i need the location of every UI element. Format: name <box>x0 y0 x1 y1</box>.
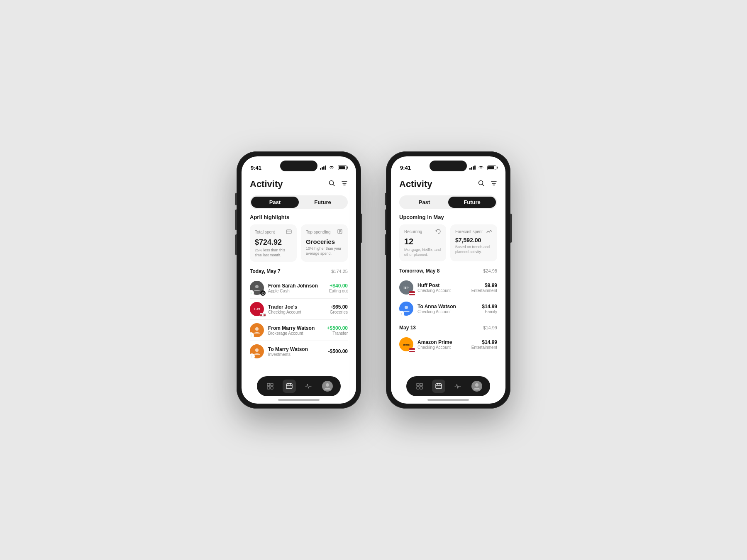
filter-icon[interactable] <box>341 180 348 188</box>
direction-icon: ↑ <box>249 353 255 359</box>
scroll-content[interactable]: Upcoming in May Recurring 12 M <box>391 214 505 404</box>
forecast-label: Forecast spent <box>455 229 483 234</box>
transaction-item[interactable]: amzn Amazon Prime <box>399 334 497 355</box>
svg-text:HP: HP <box>403 286 409 290</box>
nav-profile[interactable] <box>470 380 483 393</box>
svg-point-32 <box>405 306 408 309</box>
battery-icon <box>487 166 496 170</box>
nav-activity[interactable] <box>283 380 296 393</box>
svg-point-14 <box>255 327 259 331</box>
wifi-icon <box>329 166 334 170</box>
home-indicator <box>427 399 469 401</box>
transaction-item[interactable]: ↓ $ <box>250 278 348 299</box>
tx-amounts: -$500.00 <box>328 348 348 354</box>
card-label-top-text: Top spending <box>306 230 331 234</box>
spend-icon <box>286 229 292 236</box>
transaction-item[interactable]: HP Huff Post <box>399 277 497 298</box>
tx-amount: +$40.00 <box>329 283 348 289</box>
tab-past[interactable]: Past <box>251 197 299 208</box>
tx-name: Trader Joe's <box>268 304 326 310</box>
card-label-text: Total spent <box>255 230 275 234</box>
upcoming-card-forecast: Forecast spent $7,592.00 Based on trends… <box>450 224 497 261</box>
nav-pulse[interactable] <box>451 380 464 393</box>
signal-icon <box>469 166 476 170</box>
tx-name: From Sarah Johnson <box>268 283 325 289</box>
tx-info: To Anna Watson Checking Account <box>417 304 478 314</box>
account-badge: $ <box>260 290 266 296</box>
search-icon[interactable] <box>478 180 485 188</box>
direction-icon: ↓ <box>248 332 254 338</box>
tx-avatar-wrap: ↓ $ <box>250 281 264 295</box>
tx-category: Eating out <box>329 289 348 293</box>
svg-point-24 <box>326 383 329 387</box>
upcoming-label: Recurring <box>404 229 441 234</box>
card-sub-spend: 25% less than this time last month. <box>255 248 292 258</box>
transaction-group-today: Today, May 7 -$174.25 ↓ <box>250 268 348 362</box>
card-value-top: Groceries <box>306 238 343 245</box>
transaction-item[interactable]: ↓ From Marry Watson Brok <box>250 320 348 341</box>
tx-avatar-wrap: ↑ <box>250 344 264 358</box>
tx-avatar-wrap: ↓ <box>250 323 264 337</box>
nav-home[interactable] <box>413 380 426 393</box>
tx-group-date: Tomorrow, May 8 <box>399 268 439 274</box>
tx-account: Checking Account <box>417 309 478 314</box>
tx-group-date: May 13 <box>399 325 416 331</box>
tx-category: Family <box>482 309 497 314</box>
upcoming-value-forecast: $7,592.00 <box>455 237 492 243</box>
tx-amount: $14.99 <box>482 304 497 309</box>
svg-rect-19 <box>271 387 273 389</box>
tx-account: Checking Account <box>417 288 467 293</box>
transaction-item[interactable]: TJ's Trader Joe's Checking Account <box>250 299 348 320</box>
tx-avatar-wrap: TJ's <box>250 302 264 316</box>
tx-info: From Marry Watson Brokerage Account <box>268 325 323 336</box>
tx-amounts: $14.99 Family <box>482 304 497 314</box>
tx-name: To Marry Watson <box>268 346 324 352</box>
svg-point-15 <box>255 348 259 352</box>
recurring-label: Recurring <box>404 229 422 234</box>
top-icon <box>337 229 343 236</box>
nav-profile[interactable] <box>321 380 334 393</box>
segment-control: Past Future <box>399 195 497 209</box>
battery-icon <box>338 166 347 170</box>
nav-activity[interactable] <box>432 380 445 393</box>
tx-group-total: $14.99 <box>483 325 497 330</box>
scene: 9:41 <box>212 127 535 433</box>
tab-future[interactable]: Future <box>448 197 496 208</box>
highlight-cards: Total spent $724.92 25% less than this t… <box>250 224 348 262</box>
tx-name: From Marry Watson <box>268 325 323 331</box>
tx-group-header: Today, May 7 -$174.25 <box>250 268 348 274</box>
tab-future[interactable]: Future <box>299 197 347 208</box>
search-icon[interactable] <box>329 180 335 188</box>
direction-icon: ↑ <box>398 311 404 317</box>
tx-info: Huff Post Checking Account <box>417 282 467 293</box>
transaction-item[interactable]: ↑ To Marry Watson Invest <box>250 341 348 362</box>
nav-home[interactable] <box>264 380 277 393</box>
transaction-group-may13: May 13 $14.99 amzn <box>399 325 497 355</box>
tx-category: Entertainment <box>471 288 497 293</box>
nav-pulse[interactable] <box>302 380 315 393</box>
dynamic-island <box>280 161 317 171</box>
tx-group-total: $24.98 <box>483 268 497 273</box>
upcoming-value: 12 <box>404 237 441 246</box>
tx-amount: +$500.00 <box>327 325 348 331</box>
svg-point-43 <box>475 383 478 387</box>
svg-text:$: $ <box>262 292 264 295</box>
tx-category: Entertainment <box>471 345 497 350</box>
tx-info: Amazon Prime Checking Account <box>417 339 467 350</box>
tx-amounts: -$65.00 Groceries <box>330 304 348 314</box>
page-title: Activity <box>250 179 283 190</box>
app-header: Activity <box>242 175 356 194</box>
tab-past[interactable]: Past <box>400 197 448 208</box>
signal-icon <box>320 166 326 170</box>
filter-icon[interactable] <box>491 180 497 188</box>
tx-group-total: -$174.25 <box>330 269 348 274</box>
svg-rect-17 <box>271 383 273 386</box>
svg-text:amzn: amzn <box>403 343 410 346</box>
transaction-item[interactable]: ↑ To Anna Watson Checkin <box>399 298 497 319</box>
svg-line-1 <box>333 185 335 186</box>
svg-rect-36 <box>420 383 422 386</box>
scroll-content[interactable]: April highlights Total spent <box>242 214 356 404</box>
tx-account: Apple Cash <box>268 289 325 293</box>
wifi-icon <box>478 166 484 170</box>
tx-amount: $9.99 <box>471 282 497 288</box>
